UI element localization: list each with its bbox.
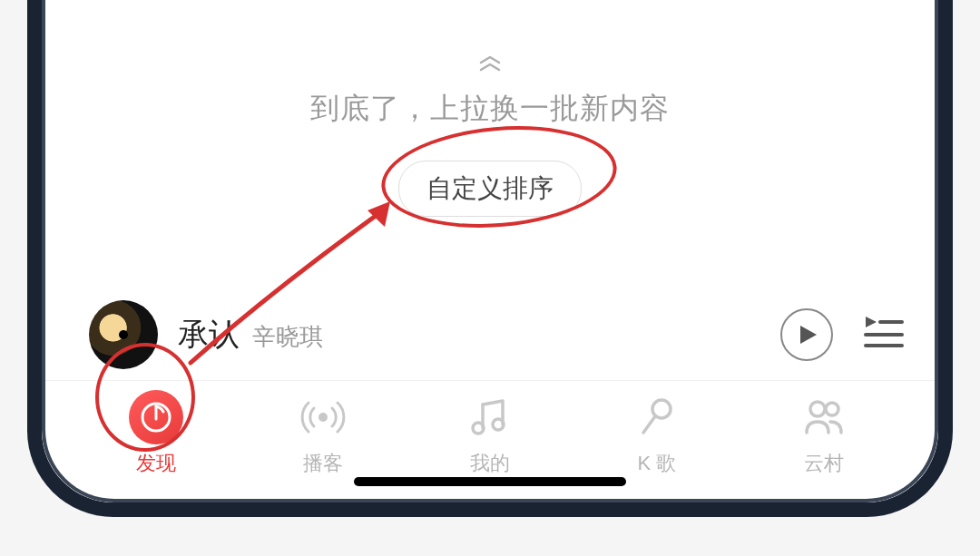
nav-label: 云村 [804, 450, 844, 477]
nav-tab-karaoke[interactable]: K 歌 [612, 390, 702, 477]
svg-line-11 [643, 416, 655, 433]
podcast-icon [296, 390, 350, 444]
album-art-icon[interactable] [89, 300, 158, 369]
playlist-queue-button[interactable] [860, 313, 907, 356]
scroll-end-region: 到底了，上拉换一批新内容 自定义排序 [45, 0, 935, 289]
people-icon [797, 390, 851, 444]
nav-label: 播客 [303, 450, 343, 477]
nav-label: K 歌 [638, 450, 677, 477]
svg-point-7 [318, 413, 328, 422]
nav-tab-podcast[interactable]: 播客 [278, 390, 368, 477]
end-of-list-text: 到底了，上拉换一批新内容 [310, 89, 670, 129]
svg-marker-0 [800, 326, 817, 344]
queue-icon [864, 317, 904, 349]
now-playing-bar[interactable]: 承认 辛晓琪 [45, 289, 935, 381]
play-button[interactable] [780, 308, 833, 361]
discover-icon [129, 390, 183, 444]
track-title: 承认 [178, 314, 240, 356]
play-icon [799, 324, 818, 346]
svg-point-12 [810, 402, 825, 416]
phone-screen: 到底了，上拉换一批新内容 自定义排序 承认 辛晓琪 [42, 0, 938, 502]
nav-label: 我的 [470, 450, 510, 477]
home-indicator[interactable] [354, 477, 626, 486]
svg-marker-1 [866, 317, 877, 327]
svg-point-13 [826, 403, 838, 415]
nav-label: 发现 [136, 450, 176, 477]
track-artist: 辛晓琪 [252, 321, 323, 353]
chevron-up-icon [477, 54, 503, 73]
music-note-icon [463, 390, 517, 444]
nav-tab-mine[interactable]: 我的 [445, 390, 535, 477]
microphone-icon [630, 390, 684, 444]
phone-frame: 到底了，上拉换一批新内容 自定义排序 承认 辛晓琪 [27, 0, 953, 517]
nav-tab-discover[interactable]: 发现 [111, 390, 201, 477]
nav-tab-community[interactable]: 云村 [779, 390, 869, 477]
custom-sort-button[interactable]: 自定义排序 [398, 161, 582, 217]
track-info[interactable]: 承认 辛晓琪 [178, 314, 780, 356]
